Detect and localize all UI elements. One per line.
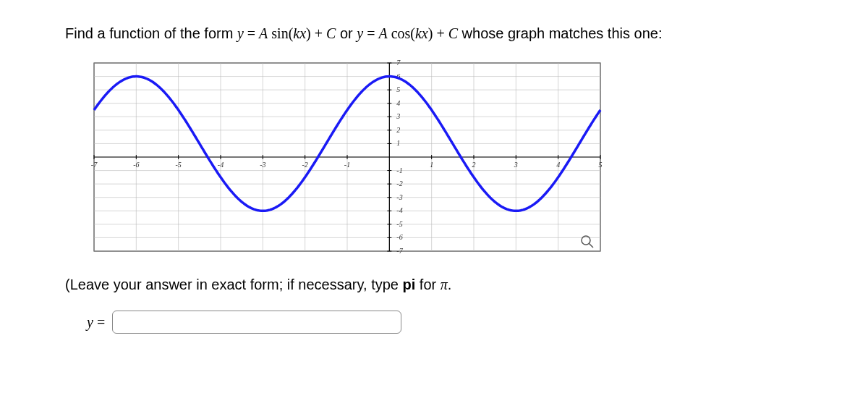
svg-text:3: 3: [514, 161, 518, 169]
eq1-A: A: [259, 25, 268, 41]
svg-text:-5: -5: [396, 220, 402, 228]
svg-text:-3: -3: [260, 161, 265, 169]
prompt-suffix: whose graph matches this one:: [462, 25, 663, 41]
answer-label: y =: [87, 314, 105, 331]
svg-text:-7: -7: [396, 247, 403, 255]
answer-input[interactable]: [112, 311, 401, 334]
eq2-A: A: [378, 25, 387, 41]
eq2-cos: cos(: [388, 25, 415, 41]
svg-line-84: [589, 243, 593, 248]
instr-prefix: (Leave your answer in exact form; if nec…: [65, 277, 403, 292]
eq2-kx: kx: [415, 25, 428, 41]
instr-suffix: .: [448, 277, 452, 292]
eq1-sin: sin(: [268, 25, 293, 41]
svg-text:-2: -2: [396, 180, 402, 187]
svg-text:4: 4: [556, 161, 560, 169]
svg-text:-1: -1: [344, 161, 350, 169]
svg-text:-6: -6: [133, 161, 139, 169]
svg-text:1: 1: [396, 139, 400, 147]
svg-text:5: 5: [396, 85, 400, 93]
eq1-equals: =: [244, 25, 259, 41]
eq2-equals: =: [363, 25, 378, 41]
question-prompt: Find a function of the form y = A sin(kx…: [65, 22, 803, 45]
answer-y: y: [87, 314, 93, 330]
svg-text:-7: -7: [91, 161, 98, 169]
svg-text:-5: -5: [175, 161, 181, 169]
answer-equals: =: [93, 314, 105, 330]
svg-text:-3: -3: [396, 193, 402, 201]
answer-row: y =: [87, 311, 803, 334]
eq2-C: C: [448, 25, 458, 41]
graph-container: -7-6-5-4-3-2-112345-7-6-5-4-3-2-11234567: [87, 56, 803, 258]
instruction-text: (Leave your answer in exact form; if nec…: [65, 273, 803, 296]
svg-text:2: 2: [396, 126, 400, 134]
pi-word: pi: [403, 277, 416, 292]
svg-text:3: 3: [396, 112, 400, 120]
eq1-y: y: [237, 25, 244, 41]
svg-text:-2: -2: [302, 161, 307, 169]
pi-symbol: π: [441, 277, 448, 292]
prompt-prefix: Find a function of the form: [65, 25, 237, 41]
svg-text:-4: -4: [218, 161, 224, 169]
svg-text:5: 5: [599, 161, 603, 169]
svg-text:-1: -1: [396, 166, 402, 174]
svg-text:-4: -4: [396, 206, 402, 214]
svg-text:1: 1: [430, 161, 433, 169]
eq2-y: y: [357, 25, 363, 41]
sine-graph: -7-6-5-4-3-2-112345-7-6-5-4-3-2-11234567: [87, 56, 608, 258]
svg-text:-6: -6: [396, 233, 402, 241]
eq1-close: ) +: [306, 25, 326, 41]
instr-mid: for: [415, 277, 440, 292]
prompt-or: or: [340, 25, 357, 41]
svg-text:2: 2: [472, 161, 476, 169]
svg-text:4: 4: [396, 99, 400, 107]
eq1-kx: kx: [293, 25, 306, 41]
eq2-close: ) +: [428, 25, 448, 41]
eq1-C: C: [326, 25, 336, 41]
